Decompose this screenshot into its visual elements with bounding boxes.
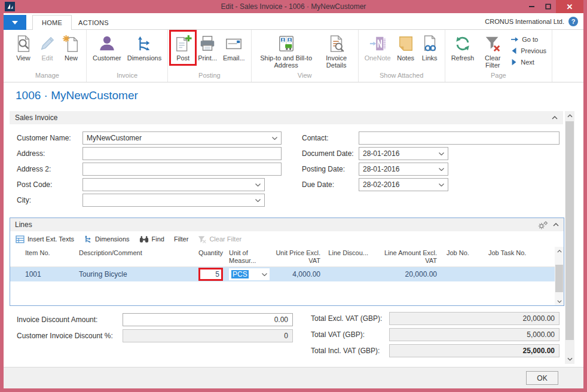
total-incl-vat-field: 25,000.00 bbox=[389, 344, 560, 357]
cell-unit-of-measure[interactable]: PCS bbox=[225, 267, 270, 281]
find-button[interactable]: Find bbox=[139, 235, 164, 243]
email-icon bbox=[225, 33, 243, 54]
tab-home[interactable]: HOME bbox=[32, 15, 72, 30]
invoice-details-icon bbox=[328, 33, 346, 54]
collapse-chevron-up-icon[interactable] bbox=[552, 116, 558, 120]
posting-date-select[interactable]: 28-01-2016 bbox=[359, 163, 448, 176]
clear-filter-button[interactable]: Clear Filter bbox=[477, 31, 508, 72]
customize-sprocket-icon[interactable] bbox=[538, 220, 548, 229]
contact-input[interactable] bbox=[359, 131, 560, 145]
email-button[interactable]: Email... bbox=[220, 31, 248, 72]
grid-col-description[interactable]: Description/Comment bbox=[73, 247, 178, 267]
scroll-up-icon[interactable] bbox=[555, 247, 564, 255]
ok-button[interactable]: OK bbox=[526, 371, 558, 385]
invoice-details-button[interactable]: Invoice Details bbox=[318, 31, 355, 72]
scroll-down-icon[interactable] bbox=[555, 297, 564, 305]
due-date-label: Due Date: bbox=[302, 180, 359, 189]
grid-scrollbar[interactable] bbox=[555, 247, 564, 305]
cell-item-no[interactable]: 1001 bbox=[10, 267, 73, 281]
grid-col-line-amount[interactable]: Line Amount Excl. VAT bbox=[372, 247, 441, 267]
help-icon[interactable]: ? bbox=[568, 17, 578, 26]
filter-button[interactable]: Filter bbox=[174, 235, 188, 243]
grid-header: Item No. Description/Comment Quantity Un… bbox=[10, 247, 564, 267]
grid-col-unit-price[interactable]: Unit Price Excl. VAT bbox=[270, 247, 324, 267]
scrollbar-thumb[interactable] bbox=[565, 121, 574, 340]
cell-unit-price[interactable]: 4,000.00 bbox=[270, 267, 324, 281]
titlebar: Edit - Sales Invoice - 1006 · MyNewCusto… bbox=[0, 0, 587, 13]
post-code-select[interactable] bbox=[82, 178, 265, 191]
main-scrollbar[interactable] bbox=[565, 111, 574, 364]
grid-col-job-task-no[interactable]: Job Task No. bbox=[482, 247, 539, 267]
lines-dimensions-button[interactable]: Dimensions bbox=[84, 235, 129, 243]
collapse-chevron-up-icon[interactable] bbox=[553, 223, 559, 226]
insert-ext-texts-button[interactable]: Insert Ext. Texts bbox=[16, 235, 74, 243]
scroll-down-icon[interactable] bbox=[565, 354, 574, 364]
next-button[interactable]: Next bbox=[510, 56, 546, 68]
close-icon: ✕ bbox=[567, 2, 573, 11]
document-date-label: Document Date: bbox=[302, 149, 359, 158]
city-select[interactable] bbox=[82, 194, 265, 207]
printer-icon bbox=[198, 33, 216, 54]
clear-filter-icon bbox=[484, 33, 502, 54]
edit-button[interactable]: Edit bbox=[35, 31, 59, 72]
view-button[interactable]: View bbox=[11, 31, 35, 72]
previous-arrow-icon bbox=[510, 47, 518, 54]
chevron-down-icon bbox=[439, 152, 444, 155]
cell-description[interactable]: Touring Bicycle bbox=[73, 267, 178, 281]
ship-to-bill-to-address-button[interactable]: Ship-to and Bill-to Address bbox=[255, 31, 318, 72]
application-menu-button[interactable] bbox=[4, 15, 26, 30]
due-date-select[interactable]: 28-02-2016 bbox=[359, 178, 448, 191]
chevron-down-icon bbox=[262, 273, 267, 276]
lines-header-label: Lines bbox=[15, 220, 32, 229]
invoice-details-button-label: Invoice Details bbox=[321, 54, 352, 69]
restore-button[interactable] bbox=[540, 0, 556, 13]
notes-button[interactable]: Notes bbox=[394, 31, 418, 72]
tab-actions[interactable]: ACTIONS bbox=[69, 16, 118, 30]
invoice-discount-amount-label: Invoice Discount Amount: bbox=[17, 316, 123, 324]
cell-line-discount[interactable] bbox=[324, 267, 372, 281]
scroll-up-icon[interactable] bbox=[565, 111, 574, 121]
refresh-icon bbox=[454, 33, 472, 54]
find-label: Find bbox=[152, 235, 164, 243]
dimensions-button[interactable]: Dimensions bbox=[124, 31, 164, 72]
cell-job-task-no[interactable] bbox=[482, 267, 539, 281]
clear-filter-icon bbox=[198, 235, 206, 243]
page-nav: Go to Previous Next bbox=[508, 31, 549, 72]
onenote-button[interactable]: OneNote bbox=[362, 31, 394, 72]
quantity-cell-annotated[interactable]: 5 bbox=[198, 268, 223, 281]
unit-of-measure-value: PCS bbox=[231, 270, 249, 278]
chevron-down-icon bbox=[255, 199, 261, 202]
previous-button[interactable]: Previous bbox=[510, 45, 546, 56]
address2-input[interactable] bbox=[82, 163, 282, 176]
print-button[interactable]: Print... bbox=[195, 31, 220, 72]
go-to-button[interactable]: Go to bbox=[510, 33, 546, 45]
invoice-discount-panel: Invoice Discount Amount: 0.00 Customer I… bbox=[17, 313, 293, 345]
post-button[interactable]: Post bbox=[171, 31, 195, 72]
cell-job-no[interactable] bbox=[441, 267, 482, 281]
close-button[interactable]: ✕ bbox=[556, 0, 583, 13]
new-button[interactable]: New bbox=[59, 31, 83, 72]
chevron-down-icon bbox=[439, 168, 444, 171]
address-input[interactable] bbox=[82, 147, 282, 160]
grid-col-line-discount[interactable]: Line Discou... bbox=[324, 247, 372, 267]
refresh-button-label: Refresh bbox=[451, 54, 475, 62]
invoice-discount-amount-input[interactable]: 0.00 bbox=[123, 313, 293, 326]
refresh-button[interactable]: Refresh bbox=[448, 31, 478, 72]
customer-button[interactable]: Customer bbox=[90, 31, 124, 72]
customer-name-select[interactable]: MyNewCustomer bbox=[82, 131, 282, 145]
posting-date-value: 28-01-2016 bbox=[363, 165, 439, 173]
grid-col-job-no[interactable]: Job No. bbox=[441, 247, 482, 267]
cell-quantity[interactable]: 5 bbox=[178, 267, 225, 281]
scrollbar-thumb[interactable] bbox=[555, 265, 563, 292]
sticky-note-icon bbox=[397, 33, 415, 54]
links-button[interactable]: Links bbox=[418, 31, 442, 72]
minimize-button[interactable] bbox=[524, 0, 540, 13]
lines-clear-filter-button[interactable]: Clear Filter bbox=[198, 235, 241, 243]
grid-col-quantity[interactable]: Quantity bbox=[178, 247, 225, 267]
grid-col-item-no[interactable]: Item No. bbox=[10, 247, 73, 267]
table-row[interactable]: 1001 Touring Bicycle 5 PCS 4,000.00 20,0… bbox=[10, 267, 564, 281]
cell-line-amount[interactable]: 20,000.00 bbox=[372, 267, 441, 281]
document-date-select[interactable]: 28-01-2016 bbox=[359, 147, 448, 160]
unit-of-measure-select[interactable]: PCS bbox=[229, 268, 270, 280]
grid-col-unit-of-measure[interactable]: Unit of Measur... bbox=[225, 247, 270, 267]
